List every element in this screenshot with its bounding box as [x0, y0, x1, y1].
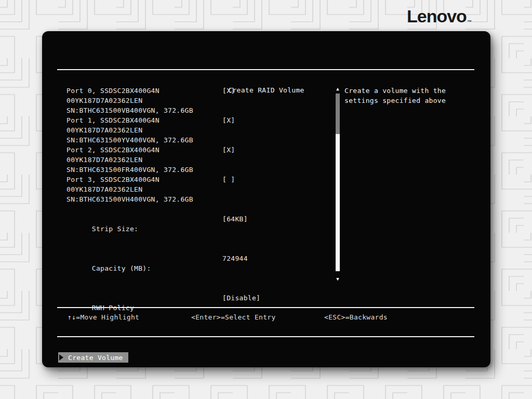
scrollbar-track[interactable]: [336, 94, 340, 134]
capacity-field[interactable]: Capacity (MB): 724944: [66, 254, 337, 293]
port-name: Port 1, SSDSC2BX400G4N: [66, 116, 159, 124]
title-divider: [57, 69, 474, 70]
key-hints-bar: ↑↓=Move Highlight <Enter>=Select Entry <…: [42, 312, 490, 324]
port-checkbox[interactable]: [X]: [222, 115, 235, 125]
port-model-line: 00YK187D7A02362LEN: [66, 184, 337, 194]
bios-panel: Create RAID Volume Port 0, SSDSC2BX400G4…: [42, 31, 490, 367]
port-entry[interactable]: Port 1, SSDSC2BX400G4N[X] 00YK187D7A0236…: [66, 115, 337, 145]
hints-bottom-divider: [57, 336, 474, 337]
hints-top-divider: [57, 307, 474, 308]
spacer: [66, 204, 337, 214]
port-serial-line: SN:BTHC631500VB400VGN, 372.6GB: [66, 105, 337, 115]
capacity-label: Capacity (MB):: [92, 264, 151, 272]
port-model-line: 00YK187D7A02362LEN: [66, 155, 337, 165]
port-checkbox[interactable]: [ ]: [222, 175, 235, 184]
strip-size-label: Strip Size:: [92, 225, 138, 233]
port-serial-line: SN:BTHC631500VH400VGN, 372.6GB: [66, 194, 337, 204]
help-scrollbar[interactable]: ▲ ▼: [335, 87, 340, 284]
port-name: Port 2, SSDSC2BX400G4N: [66, 146, 159, 154]
hint-move-highlight: ↑↓=Move Highlight: [68, 312, 139, 322]
help-line: settings specified above: [344, 96, 464, 105]
strip-size-field[interactable]: Strip Size: [64KB]: [66, 214, 337, 254]
lenovo-logo-text: Lenovo: [407, 6, 467, 26]
port-checkbox[interactable]: [X]: [222, 86, 235, 96]
scrollbar-thumb[interactable]: [336, 134, 340, 271]
strip-size-value[interactable]: [64KB]: [222, 214, 248, 224]
port-name: Port 3, SSDSC2BX400G4N: [66, 176, 159, 183]
port-checkbox[interactable]: [X]: [222, 145, 235, 155]
create-volume-button[interactable]: Create Volume: [58, 352, 128, 363]
port-serial-line: SN:BTHC631500FR400VGN, 372.6GB: [66, 165, 337, 175]
selection-arrow-icon: [59, 354, 63, 361]
port-entry[interactable]: Port 2, SSDSC2BX400G4N[X] 00YK187D7A0236…: [66, 145, 337, 175]
port-entry[interactable]: Port 0, SSDSC2BX400G4N[X] 00YK187D7A0236…: [66, 86, 337, 115]
port-name: Port 0, SSDSC2BX400G4N: [66, 87, 159, 95]
lenovo-logo: Lenovo™: [407, 6, 472, 26]
create-volume-label: Create Volume: [68, 353, 123, 363]
port-model-line: 00YK187D7A02362LEN: [66, 125, 337, 135]
rwh-policy-value[interactable]: [Disable]: [222, 293, 260, 303]
trademark-symbol: ™: [467, 19, 472, 24]
port-entry[interactable]: Port 3, SSDSC2BX400G4N[ ] 00YK187D7A0236…: [66, 175, 337, 204]
hint-select-entry: <Enter>=Select Entry: [191, 312, 276, 322]
scroll-up-icon[interactable]: ▲: [335, 87, 340, 91]
help-pane: Create a volume with the settings specif…: [344, 86, 464, 105]
port-model-line: 00YK187D7A02362LEN: [66, 96, 337, 105]
hint-backwards: <ESC>=Backwards: [324, 312, 388, 322]
help-line: Create a volume with the: [344, 86, 464, 96]
capacity-value: 724944: [222, 254, 248, 263]
port-serial-line: SN:BTHC631500YV400VGN, 372.6GB: [66, 135, 337, 145]
scroll-down-icon[interactable]: ▼: [335, 277, 340, 281]
